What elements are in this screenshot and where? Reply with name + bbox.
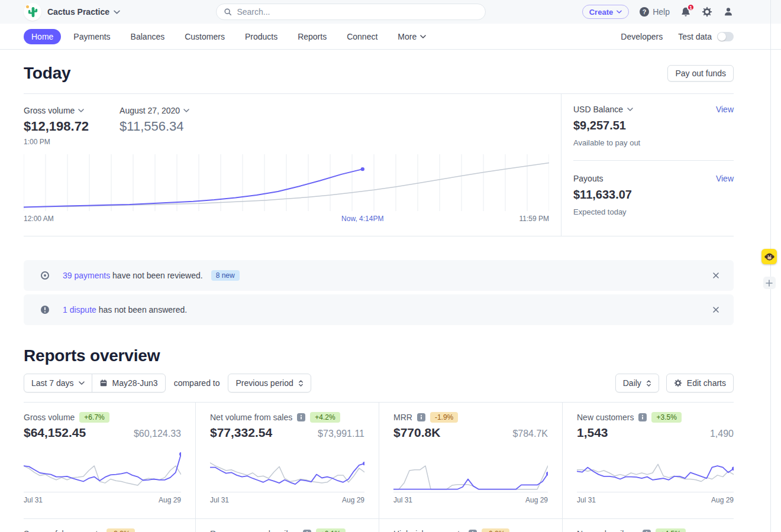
settings-button[interactable] — [702, 7, 712, 17]
notifications-section: 39 payments have not been reviewed. 8 ne… — [24, 260, 734, 325]
extension-button[interactable] — [761, 249, 777, 264]
tab-connect[interactable]: Connect — [339, 29, 385, 44]
profile-button[interactable] — [723, 7, 734, 17]
tab-products[interactable]: Products — [237, 29, 285, 44]
card-previous-value: $784.7K — [512, 429, 548, 439]
chart-end-label: Aug 29 — [711, 496, 734, 504]
chevron-down-icon — [183, 109, 189, 112]
tab-reports[interactable]: Reports — [290, 29, 334, 44]
search-input[interactable] — [237, 7, 478, 17]
account-logo[interactable] — [24, 3, 41, 21]
info-icon[interactable] — [303, 530, 311, 532]
today-section: Gross volume $12,198.72 1:00 PM August 2… — [24, 94, 734, 236]
tab-label: Home — [31, 32, 53, 41]
reports-overview-title: Reports overview — [24, 346, 734, 365]
developers-link[interactable]: Developers — [621, 32, 663, 41]
test-data-control[interactable]: Test data — [678, 32, 734, 41]
tab-more[interactable]: More — [390, 29, 434, 44]
usd-balance-label: USD Balance — [573, 105, 623, 114]
top-header: Cactus Practice Create ? Help 1 — [0, 0, 781, 24]
chart-end-label: Aug 29 — [159, 496, 181, 504]
card-title: Gross volume — [24, 413, 75, 422]
alert-icon — [40, 305, 50, 314]
card-previous-value: $60,124.33 — [134, 429, 181, 439]
tab-payments[interactable]: Payments — [66, 29, 118, 44]
close-icon[interactable] — [710, 304, 722, 316]
gross-volume-label: Gross volume — [24, 106, 75, 115]
tab-balances[interactable]: Balances — [123, 29, 173, 44]
payments-review-notice: 39 payments have not been reviewed. 8 ne… — [24, 260, 734, 291]
add-button[interactable] — [763, 277, 776, 289]
comparison-period-select[interactable]: Previous period — [228, 374, 311, 392]
test-data-toggle[interactable] — [717, 32, 734, 41]
new-count-badge: 8 new — [211, 270, 240, 281]
sparkline-chart — [24, 449, 181, 492]
card-current-value: 1,543 — [577, 426, 608, 440]
compared-to-label: compared to — [174, 378, 220, 388]
card-title: New subscribers — [577, 529, 638, 532]
close-icon[interactable] — [710, 270, 722, 281]
info-icon[interactable] — [638, 413, 647, 421]
info-icon[interactable] — [469, 530, 477, 532]
edit-charts-label: Edit charts — [687, 378, 726, 388]
reports-cards-grid: Gross volume +6.7% $64,152.45 $60,124.33… — [24, 402, 734, 532]
tab-customers[interactable]: Customers — [177, 29, 233, 44]
interval-value: Daily — [623, 378, 641, 388]
create-button[interactable]: Create — [582, 5, 629, 19]
comparison-date-selector[interactable]: August 27, 2020 — [120, 106, 189, 115]
gear-icon — [702, 7, 712, 17]
gross-volume-selector[interactable]: Gross volume — [24, 106, 84, 115]
tab-label: Balances — [131, 32, 165, 41]
report-card: Net volume from sales +4.2% $77,332.54 $… — [195, 403, 379, 518]
account-switcher[interactable]: Cactus Practice — [47, 7, 120, 17]
notifications-button[interactable]: 1 — [680, 7, 691, 17]
payouts-value: $11,633.07 — [573, 188, 734, 202]
usd-balance-view-link[interactable]: View — [716, 105, 734, 114]
card-title: Revenue per subscriber — [210, 529, 298, 532]
today-title: Today — [24, 64, 70, 83]
calendar-icon — [99, 379, 108, 387]
logo-notification-dot — [26, 5, 29, 8]
chevron-down-icon — [627, 108, 633, 111]
report-card: Successful payments -3.3% 5,098 — [24, 518, 195, 532]
change-badge: -3.3% — [106, 528, 134, 532]
payouts-view-link[interactable]: View — [716, 174, 734, 183]
dispute-link[interactable]: 1 dispute — [63, 305, 96, 314]
date-range-picker[interactable]: May28-Jun3 — [92, 374, 166, 392]
tab-label: Reports — [298, 32, 327, 41]
notification-badge: 1 — [687, 4, 695, 11]
report-card: New subscribers +4.5% 12,398 — [562, 518, 734, 532]
gross-volume-value: $12,198.72 — [24, 119, 89, 134]
card-title: MRR — [393, 413, 412, 422]
chevron-down-icon — [114, 10, 120, 14]
chart-start-label: Jul 31 — [24, 496, 43, 504]
help-button[interactable]: ? Help — [640, 7, 670, 17]
info-icon[interactable] — [417, 413, 425, 421]
person-icon — [723, 7, 734, 17]
reports-controls: Last 7 days May28-Jun3 compared to Previ… — [24, 374, 734, 392]
change-badge: +0.1% — [316, 528, 346, 532]
usd-balance-selector[interactable]: USD Balance — [573, 105, 633, 114]
date-range-group: Last 7 days May28-Jun3 — [24, 374, 166, 392]
card-title: Net volume from sales — [210, 413, 292, 422]
date-range-select[interactable]: Last 7 days — [24, 374, 92, 392]
info-icon[interactable] — [643, 530, 651, 532]
tab-label: More — [398, 32, 417, 41]
tab-label: Customers — [185, 32, 225, 41]
info-icon[interactable] — [297, 413, 305, 421]
card-title: High risk payments — [393, 529, 464, 532]
date-range-label: Last 7 days — [31, 378, 74, 388]
chevron-down-icon — [78, 109, 84, 112]
date-range-value: May28-Jun3 — [112, 378, 158, 388]
up-down-arrows-icon — [646, 379, 651, 387]
tab-home[interactable]: Home — [24, 29, 61, 44]
change-badge: +4.5% — [656, 528, 685, 532]
search-bar[interactable] — [216, 4, 486, 20]
edge-overlay-buttons — [761, 249, 777, 289]
card-current-value: $77,332.54 — [210, 426, 272, 440]
payout-funds-button[interactable]: Pay out funds — [667, 65, 734, 82]
payments-link[interactable]: 39 payments — [63, 271, 110, 280]
edit-charts-button[interactable]: Edit charts — [666, 374, 734, 392]
interval-select[interactable]: Daily — [615, 374, 659, 392]
review-icon — [40, 271, 50, 280]
